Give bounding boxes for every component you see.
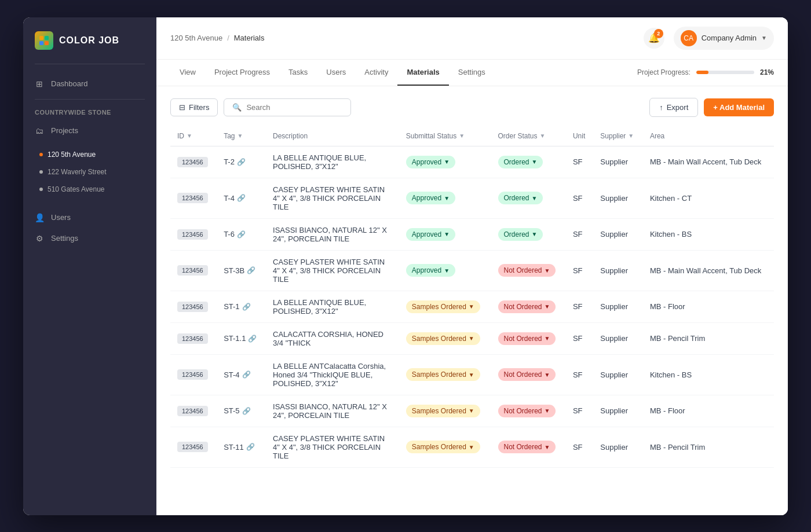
cell-submittal-8: Samples Ordered ▼ [399, 427, 491, 467]
order-badge-2[interactable]: Ordered ▼ [498, 228, 543, 241]
svg-rect-0 [39, 36, 43, 40]
tab-project-progress[interactable]: Project Progress [205, 60, 279, 86]
search-box: 🔍 [224, 98, 351, 116]
cell-order-6: Not Ordered ▼ [491, 354, 566, 395]
link-icon-7[interactable]: 🔗 [242, 407, 251, 415]
submittal-badge-1[interactable]: Approved ▼ [406, 192, 455, 204]
sidebar-item-projects[interactable]: 🗂 Projects [23, 120, 156, 141]
cell-id-5: 123456 [170, 322, 217, 354]
order-dropdown-arrow-1: ▼ [532, 195, 538, 201]
topbar: 120 5th Avenue / Materials 🔔 2 CA Compan… [156, 17, 788, 60]
cell-desc-1: CASEY PLASTER WHITE SATIN 4" X 4", 3/8 T… [266, 178, 399, 218]
tab-settings[interactable]: Settings [449, 60, 495, 86]
order-badge-4[interactable]: Not Ordered ▼ [498, 300, 556, 313]
link-icon-4[interactable]: 🔗 [242, 303, 251, 311]
tab-activity[interactable]: Activity [355, 60, 397, 86]
search-input[interactable] [246, 103, 342, 112]
tag-value-3: ST-3B [224, 266, 244, 275]
order-dropdown-arrow-2: ▼ [532, 231, 538, 237]
id-badge-5: 123456 [177, 333, 208, 344]
link-icon-2[interactable]: 🔗 [237, 230, 246, 239]
tab-view[interactable]: View [170, 60, 205, 86]
cell-order-3: Not Ordered ▼ [491, 250, 566, 291]
sidebar-item-dashboard[interactable]: ⊞ Dashboard [23, 74, 156, 94]
submittal-badge-5[interactable]: Samples Ordered ▼ [406, 332, 480, 345]
sidebar-item-settings[interactable]: ⚙ Settings [23, 228, 156, 249]
th-supplier[interactable]: Supplier ▼ [593, 126, 643, 146]
submittal-badge-2[interactable]: Approved ▼ [406, 228, 455, 241]
submittal-dropdown-arrow-4: ▼ [469, 303, 474, 310]
th-tag[interactable]: Tag ▼ [217, 126, 266, 146]
link-icon-3[interactable]: 🔗 [247, 266, 255, 274]
th-submittal-status[interactable]: Submittal Status ▼ [399, 126, 491, 146]
cell-id-7: 123456 [170, 395, 217, 427]
tag-value-8: ST-11 [224, 443, 244, 452]
logo[interactable]: COLOR JOB [23, 17, 156, 64]
project-item-1[interactable]: 122 Waverly Street [23, 163, 156, 181]
order-badge-1[interactable]: Ordered ▼ [498, 192, 543, 204]
cell-submittal-2: Approved ▼ [399, 218, 491, 250]
link-icon-5[interactable]: 🔗 [248, 335, 257, 343]
order-badge-6[interactable]: Not Ordered ▼ [498, 368, 556, 381]
th-id[interactable]: ID ▼ [170, 126, 217, 146]
submittal-dropdown-arrow-1: ▼ [444, 195, 450, 201]
order-badge-8[interactable]: Not Ordered ▼ [498, 441, 556, 453]
tag-value-5: ST-1.1 [224, 334, 246, 343]
cell-area-4: MB - Floor [643, 291, 774, 322]
tag-value-6: ST-4 [224, 370, 239, 379]
order-dropdown-arrow-0: ▼ [532, 159, 538, 165]
submittal-dropdown-arrow-0: ▼ [444, 159, 450, 165]
submittal-dropdown-arrow-3: ▼ [444, 267, 450, 274]
project-item-2[interactable]: 510 Gates Avenue [23, 181, 156, 198]
submittal-badge-4[interactable]: Samples Ordered ▼ [406, 300, 480, 313]
sidebar: COLOR JOB ⊞ Dashboard Countrywide Stone … [23, 17, 156, 515]
order-badge-7[interactable]: Not Ordered ▼ [498, 405, 556, 417]
order-badge-5[interactable]: Not Ordered ▼ [498, 332, 556, 345]
logo-icon [35, 31, 53, 50]
avatar: CA [681, 30, 697, 46]
link-icon-6[interactable]: 🔗 [242, 370, 251, 379]
project-dot-1 [39, 170, 43, 174]
tab-users[interactable]: Users [317, 60, 355, 86]
link-icon-0[interactable]: 🔗 [237, 158, 246, 166]
cell-desc-2: ISASSI BIANCO, NATURAL 12" X 24", PORCEL… [266, 218, 399, 250]
sidebar-section-label: Countrywide Stone [23, 104, 156, 120]
submittal-badge-0[interactable]: Approved ▼ [406, 156, 455, 168]
export-button[interactable]: ↑ Export [649, 98, 698, 117]
export-label: Export [667, 103, 689, 112]
breadcrumb-parent[interactable]: 120 5th Avenue [170, 34, 222, 42]
filters-button[interactable]: ⊟ Filters [170, 98, 218, 116]
submittal-badge-6[interactable]: Samples Ordered ▼ [406, 368, 480, 381]
notification-button[interactable]: 🔔 2 [644, 28, 664, 49]
cell-order-0: Ordered ▼ [491, 146, 566, 178]
order-badge-3[interactable]: Not Ordered ▼ [498, 264, 556, 277]
link-icon-1[interactable]: 🔗 [237, 194, 246, 202]
cell-unit-4: SF [566, 291, 593, 322]
notification-badge: 2 [654, 29, 663, 38]
submittal-badge-7[interactable]: Samples Ordered ▼ [406, 405, 480, 417]
th-order-status[interactable]: Order Status ▼ [491, 126, 566, 146]
add-material-button[interactable]: + Add Material [704, 98, 774, 116]
tab-tasks[interactable]: Tasks [279, 60, 317, 86]
tab-materials[interactable]: Materials [397, 60, 448, 86]
sidebar-item-users[interactable]: 👤 Users [23, 207, 156, 228]
cell-id-2: 123456 [170, 218, 217, 250]
project-item-0[interactable]: 120 5th Avenue [23, 146, 156, 163]
cell-id-1: 123456 [170, 178, 217, 218]
cell-supplier-4: Supplier [593, 291, 643, 322]
link-icon-8[interactable]: 🔗 [246, 443, 255, 451]
submittal-dropdown-arrow-6: ▼ [469, 372, 474, 378]
cell-unit-0: SF [566, 146, 593, 178]
submittal-badge-3[interactable]: Approved ▼ [406, 264, 455, 277]
submittal-badge-8[interactable]: Samples Ordered ▼ [406, 441, 480, 453]
cell-unit-3: SF [566, 250, 593, 291]
cell-supplier-6: Supplier [593, 354, 643, 395]
table-row: 123456 ST-11 🔗 CASEY PLASTER WHITE SATIN… [170, 427, 774, 467]
user-menu[interactable]: CA Company Admin ▼ [674, 27, 774, 50]
cell-id-3: 123456 [170, 250, 217, 291]
order-dropdown-arrow-5: ▼ [545, 335, 550, 342]
users-icon: 👤 [35, 213, 44, 222]
cell-desc-3: CASEY PLASTER WHITE SATIN 4" X 4", 3/8 T… [266, 250, 399, 291]
order-badge-0[interactable]: Ordered ▼ [498, 156, 543, 168]
cell-order-5: Not Ordered ▼ [491, 322, 566, 354]
